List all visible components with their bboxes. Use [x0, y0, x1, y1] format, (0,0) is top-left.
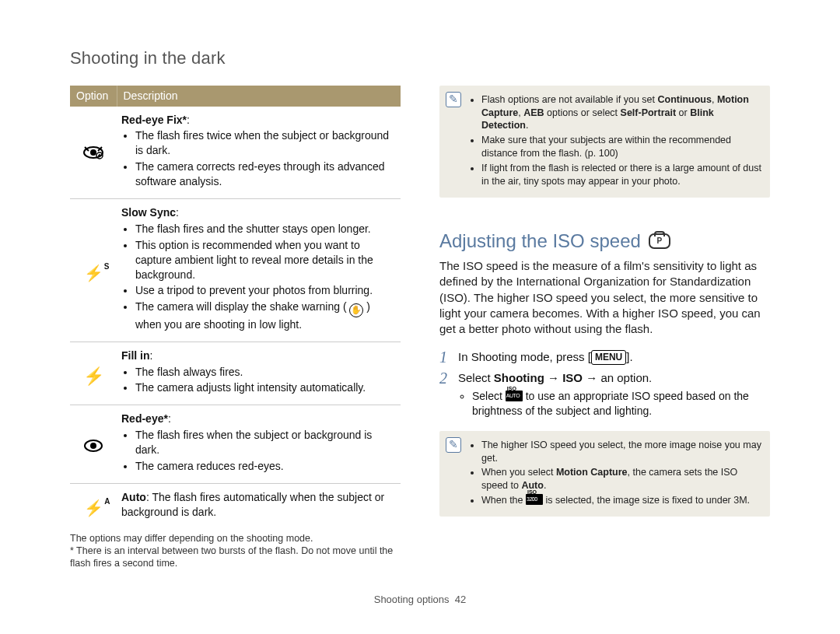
- table-row: ⚡S Slow Sync: The flash fires and the sh…: [70, 199, 401, 342]
- option-bullet: The flash fires and the shutter stays op…: [135, 222, 396, 236]
- option-title: Slow Sync: [121, 206, 176, 219]
- red-eye-icon: [83, 439, 103, 456]
- table-row: ⚡A Auto: The flash fires automatically w…: [70, 483, 401, 527]
- mode-dial-icon: P: [649, 233, 670, 249]
- red-eye-fix-icon: [82, 146, 104, 163]
- right-column: ✎ Flash options are not available if you…: [439, 86, 770, 570]
- option-title: Fill in: [121, 349, 150, 362]
- breadcrumb: Shooting in the dark: [70, 47, 770, 70]
- table-header-description: Description: [117, 86, 401, 107]
- fill-in-icon: ⚡: [83, 366, 104, 386]
- page-footer: Shooting options 42: [70, 593, 770, 607]
- step-sub-item: Select to use an appropriate ISO speed b…: [472, 389, 770, 419]
- option-bullet: The camera corrects red-eyes through its…: [135, 159, 396, 189]
- option-bullet: The camera adjusts light intensity autom…: [135, 380, 396, 395]
- note-icon: ✎: [446, 437, 461, 453]
- step-item: Select Shooting → ISO → an option. Selec…: [439, 370, 770, 419]
- note-item: Make sure that your subjects are within …: [481, 134, 762, 160]
- section-paragraph: The ISO speed is the measure of a film's…: [439, 258, 770, 337]
- note-item: The higher ISO speed you select, the mor…: [481, 439, 762, 465]
- auto-flash-icon: ⚡A: [84, 498, 103, 519]
- step-item: In Shooting mode, press [MENU].: [439, 349, 770, 365]
- footnote: * There is an interval between two burst…: [70, 545, 401, 570]
- svg-point-4: [90, 443, 96, 449]
- option-bullet: This option is recommended when you want…: [135, 238, 396, 282]
- note-box-iso: ✎ The higher ISO speed you select, the m…: [439, 431, 770, 517]
- table-header-option: Option: [70, 86, 117, 107]
- shake-warning-icon: ✋: [349, 303, 363, 317]
- note-item: Flash options are not available if you s…: [481, 93, 762, 133]
- slow-sync-icon: ⚡S: [84, 263, 103, 284]
- option-title: Red-eye*: [121, 412, 168, 425]
- option-title-suffix: :: [176, 206, 179, 219]
- option-inline-label: Auto: [121, 491, 146, 503]
- option-title-suffix: :: [168, 412, 171, 425]
- table-row: Red-eye Fix*: The flash fires twice when…: [70, 107, 401, 199]
- steps-list: In Shooting mode, press [MENU]. Select S…: [439, 349, 770, 418]
- section-heading: Adjusting the ISO speed P: [439, 229, 770, 254]
- table-row: Red-eye*: The flash fires when the subje…: [70, 405, 401, 484]
- section-heading-text: Adjusting the ISO speed: [439, 229, 641, 254]
- note-icon: ✎: [446, 92, 461, 107]
- note-box-flash: ✎ Flash options are not available if you…: [439, 86, 770, 198]
- option-bullet: The flash always fires.: [135, 365, 396, 380]
- option-bullet: Use a tripod to prevent your photos from…: [135, 283, 396, 298]
- note-item: When the is selected, the image size is …: [481, 494, 762, 507]
- option-title-suffix: :: [187, 114, 190, 126]
- option-title: Red-eye Fix*: [121, 114, 187, 126]
- flash-options-table: Option Description: [70, 86, 401, 527]
- note-item: When you select Motion Capture, the came…: [481, 466, 762, 492]
- two-column-layout: Option Description: [70, 86, 770, 570]
- iso-3200-icon: [526, 494, 543, 505]
- left-column: Option Description: [70, 86, 401, 570]
- option-inline-text: : The flash fires automatically when the…: [121, 491, 384, 518]
- option-bullet: The camera reduces red-eyes.: [135, 459, 396, 474]
- svg-point-1: [90, 149, 96, 156]
- iso-auto-icon: [506, 391, 523, 401]
- option-bullet: The flash fires twice when the subject o…: [135, 128, 396, 158]
- menu-button-label: MENU: [591, 350, 626, 364]
- option-title-suffix: :: [150, 349, 153, 362]
- option-bullet: The flash fires when the subject or back…: [135, 428, 396, 457]
- note-item: If light from the flash is relected or t…: [481, 162, 762, 188]
- table-row: ⚡ Fill in: The flash always fires. The c…: [70, 342, 401, 405]
- footnotes: The options may differ depending on the …: [70, 532, 401, 570]
- footnote: The options may differ depending on the …: [70, 532, 401, 545]
- option-bullet: The camera will display the shake warnin…: [135, 299, 396, 331]
